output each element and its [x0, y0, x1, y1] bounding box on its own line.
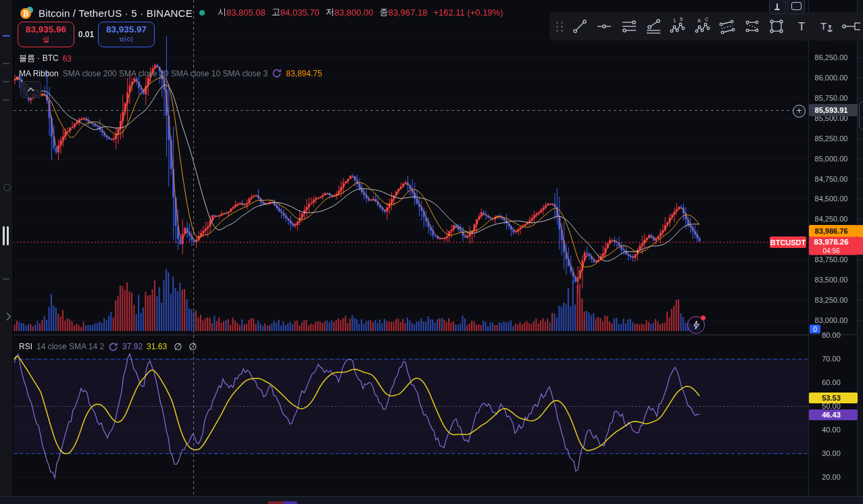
trend-fib-extension-tool-button[interactable] — [641, 14, 666, 39]
elliott-correction-wave-icon: AC — [693, 17, 712, 36]
high-label: 고 — [272, 6, 280, 18]
svg-text:A: A — [697, 18, 701, 24]
left-tool-fragment-icon — [3, 81, 9, 82]
pane-separator[interactable] — [14, 334, 863, 335]
sync-icon — [272, 68, 282, 78]
disjoint-channel-tool-button[interactable] — [740, 14, 764, 39]
rectangle-icon — [767, 17, 786, 36]
ohlc-row: 시83,805.08 고84,035.70 저83,800.00 종83,967… — [218, 6, 503, 18]
left-tool-fragment-icon — [3, 184, 11, 191]
text-tool-button[interactable]: T — [789, 14, 814, 39]
scroll-fragment — [859, 101, 863, 130]
change-value: +162.11 (+0.19%) — [433, 7, 503, 18]
rsi-crosshair-value: 37.92 — [122, 342, 143, 351]
trend-line-tool-button[interactable] — [567, 14, 591, 39]
rsi-tick: 60.00 — [809, 378, 858, 386]
svg-text:T: T — [820, 20, 827, 32]
volume-value: 63 — [63, 54, 72, 64]
price-tick: 85,250.00 — [809, 134, 858, 143]
sell-price: 83,935.96 — [26, 25, 66, 35]
fib-retracement-tool-button[interactable] — [616, 14, 641, 39]
horizontal-line-tool-button[interactable] — [592, 14, 616, 39]
parallel-channel-tool-button[interactable] — [715, 14, 739, 39]
rsi-sma-axis-label: 53.53 — [809, 393, 858, 403]
disjoint-channel-icon — [743, 17, 762, 36]
symbol-price-tag: BTCUSDT — [770, 236, 806, 248]
price-tick: 84,500.00 — [809, 195, 858, 203]
drawing-toolbar: 15ACTT — [549, 12, 863, 41]
collapse-panel-button[interactable] — [20, 81, 41, 98]
trend-fib-extension-icon — [644, 17, 663, 36]
volume-title: 볼륨 · BTC — [19, 53, 59, 64]
price-tick: 83,250.00 — [809, 296, 858, 304]
toolbar-drag-handle-icon[interactable] — [554, 19, 564, 34]
price-tick: 84,750.00 — [809, 175, 858, 183]
ma-label-fragment — [858, 225, 863, 237]
crosshair-price-label: 85,593.91 — [809, 104, 858, 116]
disable-icon[interactable]: ∅ — [174, 341, 182, 352]
open-value: 83,805.08 — [226, 7, 266, 18]
flash-order-button[interactable] — [687, 316, 705, 334]
market-status-icon[interactable] — [199, 10, 205, 16]
rsi-params: 14 close SMA 14 2 — [36, 342, 104, 351]
price-note-tool-button[interactable] — [839, 14, 863, 39]
symbol-title[interactable]: Bitcoin / TetherUS · 5 · BINANCE — [39, 7, 193, 19]
left-tool-fragment-icon — [3, 35, 10, 36]
lightning-icon — [692, 320, 700, 330]
sync-icon — [108, 342, 118, 352]
order-panel: 83,935.96 셀 0.01 83,935.97 바이 — [18, 22, 155, 47]
close-value: 83,967.18 — [389, 7, 428, 18]
symbol-header[interactable]: ₿ Bitcoin / TetherUS · 5 · BINANCE — [20, 5, 193, 20]
right-panel-sliver — [857, 0, 863, 496]
ma-ribbon-legend[interactable]: MA Ribbon SMA close 200 SMA close 20 SMA… — [19, 68, 322, 78]
parallel-channel-icon — [718, 17, 737, 36]
buy-price: 83,935.97 — [106, 25, 147, 35]
rsi-tick: 40.00 — [809, 426, 858, 434]
spread-value: 0.01 — [74, 30, 98, 39]
rsi-tick: 70.00 — [809, 355, 858, 363]
anchored-text-tool-button[interactable]: T — [814, 14, 838, 39]
trading-app-screen: ₿ Bitcoin / TetherUS · 5 · BINANCE 시83,8… — [0, 0, 863, 504]
buy-label: 바이 — [120, 36, 134, 44]
volume-zero-label: 0 — [810, 325, 820, 334]
price-tick: 84,250.00 — [809, 215, 858, 223]
last-price-value: 83,978.26 — [809, 238, 854, 247]
volume-legend[interactable]: 볼륨 · BTC 63 — [19, 53, 72, 64]
rsi-legend[interactable]: RSI 14 close SMA 14 2 37.92 31.63 ∅ ∅ — [19, 341, 197, 352]
rsi-axis-label: 46.43 — [809, 409, 858, 420]
notification-dot — [701, 316, 706, 320]
left-tool-fragment-icon — [7, 226, 9, 245]
price-tick: 83,000.00 — [809, 316, 858, 324]
bar-countdown: 04:56 — [809, 247, 854, 255]
disable-icon[interactable]: ∅ — [189, 341, 197, 352]
sell-button[interactable]: 83,935.96 셀 — [18, 22, 74, 47]
ma-ribbon-title: MA Ribbon — [19, 69, 59, 78]
text-icon: T — [792, 17, 811, 36]
clipped-toolbar-button[interactable] — [787, 0, 805, 14]
time-axis[interactable] — [0, 496, 863, 504]
open-label: 시 — [218, 6, 226, 18]
add-alert-plus-icon[interactable]: + — [793, 105, 806, 118]
last-price-label: 83,978.26 04:56 — [809, 237, 858, 255]
close-label: 종 — [380, 6, 389, 18]
left-tool-fragment-icon — [3, 278, 9, 280]
anchored-text-icon: T — [816, 17, 835, 36]
price-tick: 85,000.00 — [809, 155, 858, 163]
price-note-icon — [841, 17, 860, 36]
ma-ribbon-value: 83,894.75 — [286, 69, 322, 78]
price-tick: 86,000.00 — [809, 74, 858, 82]
clipped-toolbar-button[interactable] — [769, 0, 786, 14]
elliott-impulse-wave-tool-button[interactable]: 15 — [666, 14, 690, 39]
fib-retracement-icon — [620, 17, 639, 36]
price-axis[interactable]: 85,593.91 83,986.76 83,978.26 04:56 0 53… — [808, 0, 858, 496]
horizontal-line-icon — [595, 17, 614, 36]
low-value: 83,800.00 — [335, 7, 374, 18]
buy-button[interactable]: 83,935.97 바이 — [98, 22, 155, 47]
left-drawing-toolbar-sliver[interactable] — [0, 0, 14, 504]
elliott-correction-wave-tool-button[interactable]: AC — [691, 14, 715, 39]
crosshair-horizontal-line — [14, 110, 808, 111]
bitcoin-logo-icon: ₿ — [20, 7, 33, 20]
svg-text:T: T — [798, 20, 805, 33]
rectangle-tool-button[interactable] — [764, 14, 789, 39]
rsi-tick: 30.00 — [809, 449, 858, 457]
